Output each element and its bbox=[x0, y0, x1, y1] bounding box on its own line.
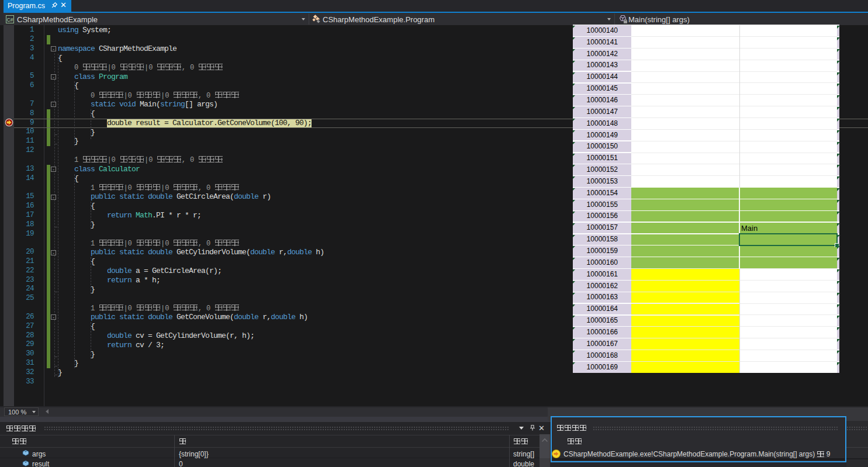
svg-text:C#: C# bbox=[7, 17, 13, 23]
